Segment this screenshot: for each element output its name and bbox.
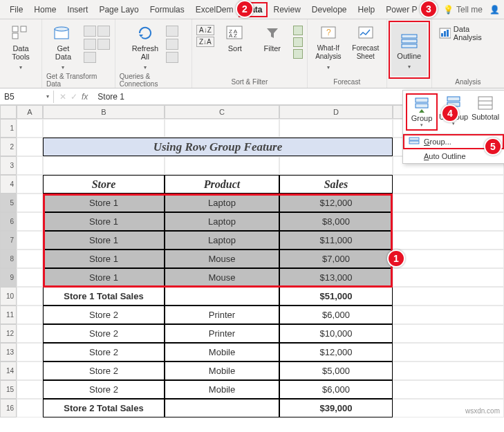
cell[interactable]	[17, 250, 43, 268]
cell[interactable]	[43, 119, 165, 138]
data-cell[interactable]: $39,000	[279, 399, 393, 417]
tab-exceldemy[interactable]: ExcelDem	[190, 2, 239, 17]
row-header[interactable]: 8	[0, 250, 17, 268]
col-header-c[interactable]: C	[165, 105, 279, 119]
sort-az-button[interactable]: A↓Z	[196, 25, 214, 35]
share-icon[interactable]: 👤	[489, 5, 500, 15]
outline-button[interactable]: Outline	[391, 24, 427, 76]
filter-button[interactable]: Filter	[256, 21, 289, 53]
edit-links-icon[interactable]	[166, 52, 178, 63]
row-header[interactable]: 16	[0, 399, 17, 417]
cell[interactable]	[393, 250, 504, 268]
clear-filter-icon[interactable]	[293, 26, 303, 35]
fx-icon[interactable]: fx	[82, 92, 88, 102]
tab-help[interactable]: Help	[353, 2, 381, 17]
data-cell[interactable]: $12,000	[279, 194, 393, 212]
data-cell[interactable]: $8,000	[279, 212, 393, 231]
header-cell[interactable]: Product	[165, 175, 279, 194]
data-cell[interactable]: Store 1 Total Sales	[43, 287, 165, 306]
data-cell[interactable]: Mouse	[165, 250, 279, 268]
cell[interactable]	[165, 156, 279, 175]
col-header-a[interactable]: A	[17, 105, 43, 119]
data-cell[interactable]: $11,000	[279, 231, 393, 250]
data-cell[interactable]	[165, 399, 279, 417]
data-cell[interactable]: Printer	[165, 306, 279, 324]
cell[interactable]	[393, 212, 504, 231]
data-cell[interactable]: Printer	[165, 324, 279, 343]
col-header-d[interactable]: D	[279, 105, 393, 119]
tab-file[interactable]: File	[4, 2, 28, 17]
tell-me[interactable]: 💡 Tell me	[443, 5, 483, 15]
data-cell[interactable]: $6,000	[279, 380, 393, 399]
row-header[interactable]: 12	[0, 324, 17, 343]
cell[interactable]	[17, 343, 43, 361]
data-cell[interactable]: Store 1	[43, 268, 165, 287]
select-all-corner[interactable]	[0, 105, 17, 119]
cell[interactable]	[17, 175, 43, 194]
row-header[interactable]: 1	[0, 119, 17, 138]
cell[interactable]	[17, 194, 43, 212]
cell[interactable]	[17, 212, 43, 231]
data-cell[interactable]: Mouse	[165, 268, 279, 287]
forecast-button[interactable]: Forecast Sheet	[349, 21, 382, 61]
cell[interactable]	[17, 361, 43, 380]
existing-conn-icon[interactable]	[84, 52, 96, 63]
data-cell[interactable]	[165, 287, 279, 306]
data-analysis-button[interactable]: Data Analysis	[436, 21, 500, 46]
row-header[interactable]: 2	[0, 138, 17, 156]
data-cell[interactable]: Mobile	[165, 343, 279, 361]
queries-icon[interactable]	[166, 26, 178, 37]
data-cell[interactable]: Store 1	[43, 231, 165, 250]
header-cell[interactable]: Sales	[279, 175, 393, 194]
reapply-icon[interactable]	[293, 37, 303, 47]
data-cell[interactable]: Store 2 Total Sales	[43, 399, 165, 417]
properties-icon[interactable]	[166, 39, 178, 50]
cell[interactable]	[393, 194, 504, 212]
from-web-icon[interactable]	[97, 26, 110, 37]
row-header[interactable]: 3	[0, 156, 17, 175]
data-cell[interactable]: $5,000	[279, 361, 393, 380]
cell[interactable]	[17, 287, 43, 306]
cell[interactable]	[279, 156, 393, 175]
data-cell[interactable]: Store 2	[43, 306, 165, 324]
data-cell[interactable]: Store 2	[43, 361, 165, 380]
cell[interactable]	[17, 306, 43, 324]
cell[interactable]	[393, 343, 504, 361]
tab-developer[interactable]: Develope	[306, 2, 353, 17]
data-cell[interactable]: Store 2	[43, 343, 165, 361]
data-cell[interactable]: Store 2	[43, 324, 165, 343]
title-cell[interactable]: Using Row Group Feature	[43, 138, 393, 156]
cell[interactable]	[17, 268, 43, 287]
data-cell[interactable]: $6,000	[279, 306, 393, 324]
enter-icon[interactable]: ✓	[71, 92, 77, 102]
row-header[interactable]: 10	[0, 287, 17, 306]
row-header[interactable]: 15	[0, 380, 17, 399]
cell[interactable]	[17, 138, 43, 156]
data-tools-button[interactable]: Data Tools	[4, 21, 37, 72]
data-cell[interactable]: $13,000	[279, 268, 393, 287]
subtotal-button[interactable]: Subtotal	[469, 93, 501, 131]
header-cell[interactable]: Store	[43, 175, 165, 194]
row-header[interactable]: 6	[0, 212, 17, 231]
sort-za-button[interactable]: Z↓A	[196, 37, 214, 47]
data-cell[interactable]: Store 2	[43, 380, 165, 399]
get-data-button[interactable]: Get Data	[46, 21, 80, 72]
row-header[interactable]: 14	[0, 361, 17, 380]
tab-insert[interactable]: Insert	[62, 2, 93, 17]
data-cell[interactable]: Laptop	[165, 194, 279, 212]
from-table-icon[interactable]	[84, 39, 96, 50]
cell[interactable]	[393, 287, 504, 306]
data-cell[interactable]: Laptop	[165, 231, 279, 250]
cell[interactable]	[17, 119, 43, 138]
cell[interactable]	[17, 156, 43, 175]
group-button[interactable]: Group ▾	[406, 93, 438, 131]
row-header[interactable]: 7	[0, 231, 17, 250]
cell[interactable]	[43, 156, 165, 175]
row-header[interactable]: 11	[0, 306, 17, 324]
tab-home[interactable]: Home	[28, 2, 62, 17]
cell[interactable]	[165, 119, 279, 138]
col-header-b[interactable]: B	[43, 105, 165, 119]
cell[interactable]	[17, 324, 43, 343]
cell[interactable]	[393, 361, 504, 380]
cell[interactable]	[17, 380, 43, 399]
